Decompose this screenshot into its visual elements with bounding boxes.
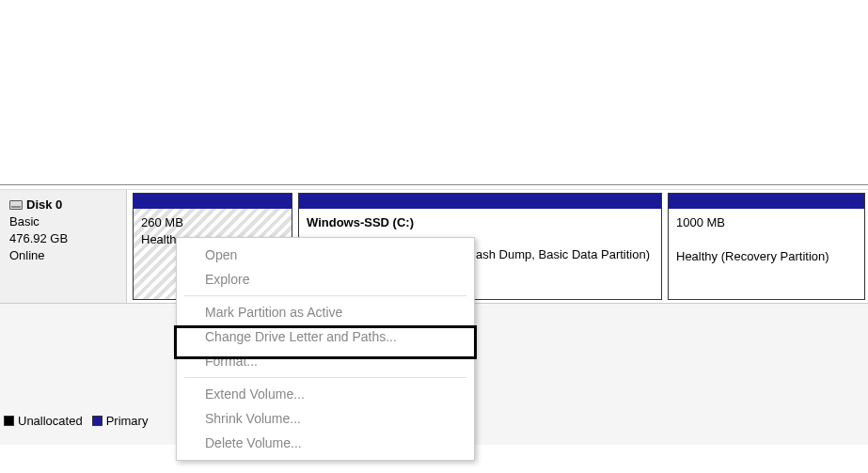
menu-delete-volume[interactable]: Delete Volume... [177, 431, 474, 455]
partition-status: Healthy (Recovery Partition) [676, 248, 857, 265]
disk-info-header: Disk 0 [9, 197, 117, 212]
menu-shrink-volume[interactable]: Shrink Volume... [177, 406, 474, 431]
partition-size: 1000 MB [676, 214, 857, 248]
disk-icon [9, 200, 23, 210]
legend-primary: Primary [92, 414, 149, 428]
menu-separator [184, 377, 466, 378]
swatch-unallocated-icon [4, 416, 14, 426]
disk-type: Basic [9, 213, 117, 230]
partition-header [299, 194, 661, 209]
partition-recovery[interactable]: 1000 MB Healthy (Recovery Partition) [668, 193, 865, 300]
swatch-primary-icon [92, 416, 103, 426]
menu-change-drive-letter[interactable]: Change Drive Letter and Paths... [177, 324, 474, 349]
partition-title: Windows-SSD (C:) [307, 214, 654, 231]
legend: Unallocated Primary [4, 414, 148, 428]
menu-extend-volume[interactable]: Extend Volume... [177, 382, 474, 406]
partition-header [134, 194, 292, 209]
partition-size: 260 MB [141, 214, 284, 231]
menu-open[interactable]: Open [177, 243, 474, 267]
disk-size: 476.92 GB [9, 230, 117, 247]
menu-mark-active[interactable]: Mark Partition as Active [177, 300, 474, 324]
legend-label-unallocated: Unallocated [18, 414, 83, 428]
menu-format[interactable]: Format... [177, 349, 474, 373]
disk-name: Disk 0 [26, 197, 62, 212]
context-menu: Open Explore Mark Partition as Active Ch… [176, 237, 475, 461]
partition-header [669, 194, 864, 209]
disk-status: Online [9, 247, 117, 264]
partition-body: 1000 MB Healthy (Recovery Partition) [669, 209, 864, 299]
menu-separator [184, 295, 466, 296]
menu-explore[interactable]: Explore [177, 267, 474, 292]
legend-label-primary: Primary [106, 414, 149, 428]
disk-info[interactable]: Disk 0 Basic 476.92 GB Online [0, 190, 127, 303]
empty-upper-area [0, 0, 868, 184]
legend-unallocated: Unallocated [4, 414, 83, 428]
